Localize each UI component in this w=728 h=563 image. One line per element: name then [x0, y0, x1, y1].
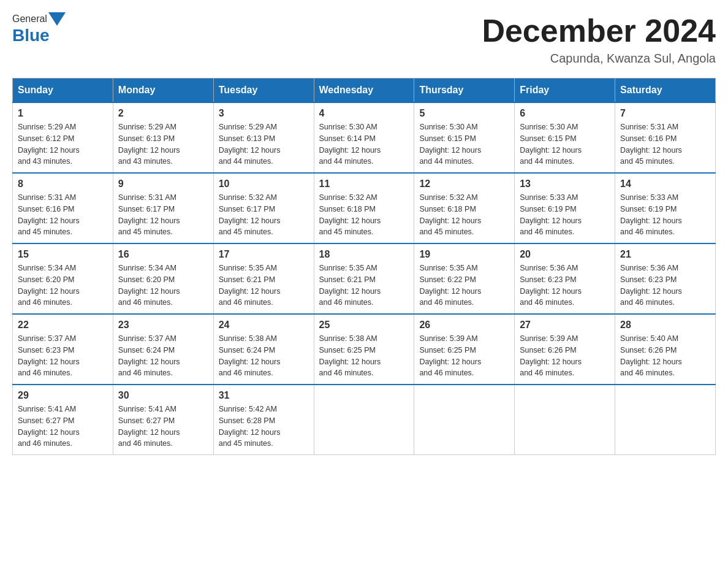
day-info: Sunrise: 5:39 AMSunset: 6:26 PMDaylight:… — [520, 333, 610, 379]
day-cell: 20Sunrise: 5:36 AMSunset: 6:23 PMDayligh… — [515, 243, 615, 314]
day-info: Sunrise: 5:41 AMSunset: 6:27 PMDaylight:… — [18, 404, 108, 450]
day-number: 18 — [319, 249, 409, 260]
logo-triangle-icon — [48, 12, 66, 26]
week-row-1: 1Sunrise: 5:29 AMSunset: 6:12 PMDaylight… — [13, 102, 716, 173]
day-cell: 14Sunrise: 5:33 AMSunset: 6:19 PMDayligh… — [615, 173, 716, 243]
day-number: 24 — [219, 320, 309, 331]
day-cell: 10Sunrise: 5:32 AMSunset: 6:17 PMDayligh… — [213, 173, 314, 243]
day-number: 15 — [18, 249, 108, 260]
day-info: Sunrise: 5:35 AMSunset: 6:21 PMDaylight:… — [319, 262, 409, 308]
day-info: Sunrise: 5:35 AMSunset: 6:21 PMDaylight:… — [219, 262, 309, 308]
day-info: Sunrise: 5:33 AMSunset: 6:19 PMDaylight:… — [620, 192, 710, 238]
day-number: 28 — [620, 320, 710, 331]
logo: General Blue — [12, 12, 67, 45]
day-number: 29 — [18, 390, 108, 401]
day-number: 14 — [620, 178, 710, 190]
day-cell: 15Sunrise: 5:34 AMSunset: 6:20 PMDayligh… — [13, 243, 113, 314]
calendar-table: SundayMondayTuesdayWednesdayThursdayFrid… — [12, 78, 716, 455]
day-cell: 17Sunrise: 5:35 AMSunset: 6:21 PMDayligh… — [213, 243, 314, 314]
day-info: Sunrise: 5:39 AMSunset: 6:25 PMDaylight:… — [419, 333, 509, 379]
day-number: 12 — [419, 178, 509, 190]
day-number: 2 — [118, 108, 208, 119]
title-section: December 2024 Capunda, Kwanza Sul, Angol… — [482, 12, 716, 66]
day-cell: 3Sunrise: 5:29 AMSunset: 6:13 PMDaylight… — [213, 102, 314, 173]
day-cell: 2Sunrise: 5:29 AMSunset: 6:13 PMDaylight… — [113, 102, 213, 173]
day-cell: 22Sunrise: 5:37 AMSunset: 6:23 PMDayligh… — [13, 314, 113, 385]
day-number: 1 — [18, 108, 108, 119]
day-info: Sunrise: 5:37 AMSunset: 6:24 PMDaylight:… — [118, 333, 208, 379]
day-cell: 13Sunrise: 5:33 AMSunset: 6:19 PMDayligh… — [515, 173, 615, 243]
week-row-2: 8Sunrise: 5:31 AMSunset: 6:16 PMDaylight… — [13, 173, 716, 243]
day-number: 5 — [419, 108, 509, 119]
day-number: 31 — [219, 390, 309, 401]
day-info: Sunrise: 5:41 AMSunset: 6:27 PMDaylight:… — [118, 404, 208, 450]
day-number: 9 — [118, 178, 208, 190]
day-info: Sunrise: 5:32 AMSunset: 6:18 PMDaylight:… — [419, 192, 509, 238]
day-cell: 12Sunrise: 5:32 AMSunset: 6:18 PMDayligh… — [414, 173, 515, 243]
day-info: Sunrise: 5:29 AMSunset: 6:12 PMDaylight:… — [18, 121, 108, 167]
day-cell: 30Sunrise: 5:41 AMSunset: 6:27 PMDayligh… — [113, 385, 213, 455]
logo-general-text: General — [12, 13, 47, 25]
day-cell: 19Sunrise: 5:35 AMSunset: 6:22 PMDayligh… — [414, 243, 515, 314]
week-row-4: 22Sunrise: 5:37 AMSunset: 6:23 PMDayligh… — [13, 314, 716, 385]
day-info: Sunrise: 5:42 AMSunset: 6:28 PMDaylight:… — [219, 404, 309, 450]
day-info: Sunrise: 5:36 AMSunset: 6:23 PMDaylight:… — [620, 262, 710, 308]
day-cell: 28Sunrise: 5:40 AMSunset: 6:26 PMDayligh… — [615, 314, 716, 385]
day-info: Sunrise: 5:38 AMSunset: 6:25 PMDaylight:… — [319, 333, 409, 379]
day-cell: 29Sunrise: 5:41 AMSunset: 6:27 PMDayligh… — [13, 385, 113, 455]
day-cell: 1Sunrise: 5:29 AMSunset: 6:12 PMDaylight… — [13, 102, 113, 173]
day-number: 13 — [520, 178, 610, 190]
day-info: Sunrise: 5:37 AMSunset: 6:23 PMDaylight:… — [18, 333, 108, 379]
column-header-saturday: Saturday — [615, 79, 716, 103]
day-cell: 24Sunrise: 5:38 AMSunset: 6:24 PMDayligh… — [213, 314, 314, 385]
day-info: Sunrise: 5:34 AMSunset: 6:20 PMDaylight:… — [118, 262, 208, 308]
day-number: 17 — [219, 249, 309, 260]
day-info: Sunrise: 5:33 AMSunset: 6:19 PMDaylight:… — [520, 192, 610, 238]
day-cell — [615, 385, 716, 455]
day-number: 8 — [18, 178, 108, 190]
day-cell: 4Sunrise: 5:30 AMSunset: 6:14 PMDaylight… — [314, 102, 414, 173]
logo-blue-text: Blue — [12, 26, 50, 45]
day-info: Sunrise: 5:30 AMSunset: 6:15 PMDaylight:… — [520, 121, 610, 167]
location: Capunda, Kwanza Sul, Angola — [482, 52, 716, 66]
day-info: Sunrise: 5:30 AMSunset: 6:15 PMDaylight:… — [419, 121, 509, 167]
day-number: 10 — [219, 178, 309, 190]
day-info: Sunrise: 5:29 AMSunset: 6:13 PMDaylight:… — [219, 121, 309, 167]
day-cell — [414, 385, 515, 455]
day-number: 27 — [520, 320, 610, 331]
day-info: Sunrise: 5:30 AMSunset: 6:14 PMDaylight:… — [319, 121, 409, 167]
column-header-tuesday: Tuesday — [213, 79, 314, 103]
week-row-3: 15Sunrise: 5:34 AMSunset: 6:20 PMDayligh… — [13, 243, 716, 314]
day-info: Sunrise: 5:31 AMSunset: 6:16 PMDaylight:… — [620, 121, 710, 167]
day-cell: 7Sunrise: 5:31 AMSunset: 6:16 PMDaylight… — [615, 102, 716, 173]
month-title: December 2024 — [482, 12, 716, 49]
column-header-sunday: Sunday — [13, 79, 113, 103]
column-header-friday: Friday — [515, 79, 615, 103]
week-row-5: 29Sunrise: 5:41 AMSunset: 6:27 PMDayligh… — [13, 385, 716, 455]
day-cell — [515, 385, 615, 455]
day-cell: 9Sunrise: 5:31 AMSunset: 6:17 PMDaylight… — [113, 173, 213, 243]
day-info: Sunrise: 5:31 AMSunset: 6:17 PMDaylight:… — [118, 192, 208, 238]
day-info: Sunrise: 5:40 AMSunset: 6:26 PMDaylight:… — [620, 333, 710, 379]
day-cell: 26Sunrise: 5:39 AMSunset: 6:25 PMDayligh… — [414, 314, 515, 385]
day-number: 22 — [18, 320, 108, 331]
day-number: 6 — [520, 108, 610, 119]
day-number: 23 — [118, 320, 208, 331]
day-cell: 27Sunrise: 5:39 AMSunset: 6:26 PMDayligh… — [515, 314, 615, 385]
day-info: Sunrise: 5:32 AMSunset: 6:18 PMDaylight:… — [319, 192, 409, 238]
day-cell: 11Sunrise: 5:32 AMSunset: 6:18 PMDayligh… — [314, 173, 414, 243]
day-info: Sunrise: 5:34 AMSunset: 6:20 PMDaylight:… — [18, 262, 108, 308]
day-number: 16 — [118, 249, 208, 260]
day-number: 21 — [620, 249, 710, 260]
day-number: 20 — [520, 249, 610, 260]
column-header-monday: Monday — [113, 79, 213, 103]
day-number: 30 — [118, 390, 208, 401]
day-info: Sunrise: 5:38 AMSunset: 6:24 PMDaylight:… — [219, 333, 309, 379]
day-info: Sunrise: 5:36 AMSunset: 6:23 PMDaylight:… — [520, 262, 610, 308]
page-header: General Blue December 2024 Capunda, Kwan… — [12, 12, 716, 66]
day-info: Sunrise: 5:31 AMSunset: 6:16 PMDaylight:… — [18, 192, 108, 238]
day-cell: 16Sunrise: 5:34 AMSunset: 6:20 PMDayligh… — [113, 243, 213, 314]
day-cell: 23Sunrise: 5:37 AMSunset: 6:24 PMDayligh… — [113, 314, 213, 385]
column-header-wednesday: Wednesday — [314, 79, 414, 103]
day-number: 4 — [319, 108, 409, 119]
